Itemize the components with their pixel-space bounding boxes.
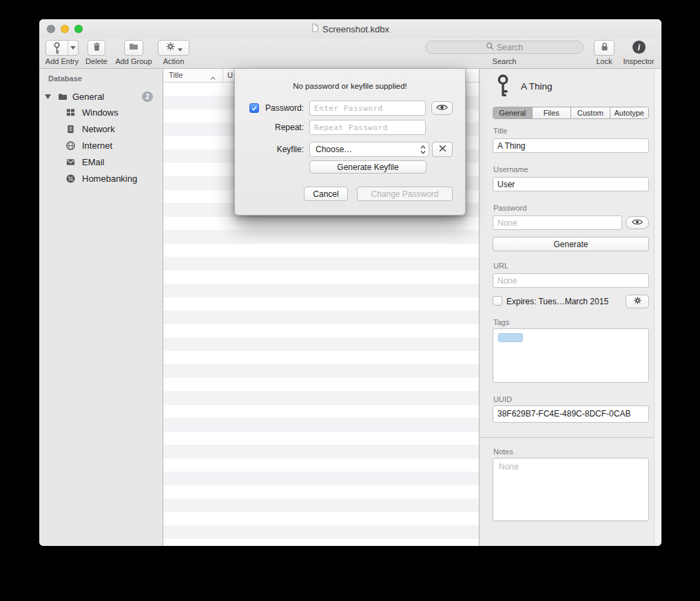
cancel-button[interactable]: Cancel — [304, 187, 348, 201]
action-label: Action — [158, 57, 189, 65]
sidebar: Database General 2 Windows — [39, 69, 163, 546]
add-group-button[interactable] — [124, 40, 143, 56]
password-label: Password — [493, 204, 526, 212]
sidebar-section-header: Database — [48, 74, 82, 83]
column-header-username[interactable]: U — [227, 71, 233, 79]
lock-button[interactable] — [594, 40, 615, 56]
trash-icon — [92, 41, 102, 55]
disclosure-triangle-icon[interactable] — [45, 94, 51, 99]
uuid-label: UUID — [493, 395, 512, 403]
generate-keyfile-button[interactable]: Generate Keyfile — [309, 160, 426, 173]
window-title-text: Screenshot.kdbx — [322, 24, 389, 34]
tag-chip[interactable] — [498, 333, 523, 342]
folder-icon — [57, 92, 68, 102]
tab-autotype[interactable]: Autotype — [610, 107, 649, 118]
sidebar-item-windows[interactable]: Windows — [39, 105, 163, 120]
expires-checkbox[interactable] — [493, 296, 502, 306]
gear-icon — [633, 296, 642, 307]
tags-field[interactable] — [493, 328, 649, 383]
inspector-label: Inspector — [617, 57, 660, 65]
delete-label: Delete — [79, 57, 114, 65]
title-field[interactable] — [493, 138, 649, 153]
dialog-reveal-password-button[interactable] — [431, 101, 453, 115]
window-title: Screenshot.kdbx — [39, 19, 661, 39]
search-icon — [486, 42, 494, 52]
search-placeholder: Search — [497, 43, 523, 52]
entry-title: A Thing — [521, 81, 553, 92]
notes-field[interactable]: None — [493, 458, 649, 521]
inspector-toggle-button[interactable]: i — [632, 41, 646, 54]
url-field[interactable] — [493, 273, 649, 288]
password-field[interactable] — [493, 215, 622, 230]
section-divider — [480, 437, 653, 438]
change-password-button[interactable]: Change Password — [357, 187, 453, 201]
percent-coin-icon — [65, 173, 76, 184]
close-x-icon — [438, 143, 447, 156]
url-label: URL — [493, 262, 508, 270]
eye-icon — [632, 218, 643, 228]
tags-label: Tags — [493, 318, 509, 326]
gear-icon — [165, 41, 176, 54]
add-entry-button[interactable] — [45, 40, 79, 56]
sidebar-item-label: Windows — [82, 107, 119, 118]
sidebar-item-homebanking[interactable]: Homebanking — [39, 171, 163, 187]
globe-icon — [65, 140, 76, 151]
search-input[interactable]: Search — [425, 41, 584, 54]
keyfile-dropdown[interactable]: Choose… — [309, 142, 429, 157]
username-field[interactable] — [493, 177, 649, 191]
inspector-scrollbar[interactable] — [654, 69, 661, 546]
expires-label: Expires: Tues…March 2015 — [506, 297, 608, 306]
inspector-panel: A Thing General Files Custom Autotype Ti… — [479, 69, 661, 546]
lock-label: Lock — [590, 57, 619, 65]
dialog-repeat-input[interactable] — [309, 120, 426, 135]
eye-icon — [436, 102, 448, 114]
change-password-sheet: No password or keyfile supplied! Passwor… — [234, 69, 466, 215]
notes-label: Notes — [493, 447, 513, 456]
column-divider[interactable] — [223, 69, 223, 82]
chevron-down-icon — [178, 42, 183, 54]
tab-files[interactable]: Files — [532, 107, 571, 118]
dialog-repeat-label: Repeat: — [260, 123, 304, 132]
tab-general[interactable]: General — [493, 107, 532, 118]
app-window: Screenshot.kdbx Add Entry Delete — [39, 19, 661, 546]
password-checkbox[interactable] — [249, 103, 259, 113]
generate-password-button[interactable]: Generate — [493, 237, 649, 251]
dialog-password-input[interactable] — [309, 101, 426, 116]
key-plus-icon — [46, 41, 68, 55]
delete-button[interactable] — [88, 40, 105, 56]
dialog-message: No password or keyfile supplied! — [235, 82, 465, 90]
add-entry-label: Add Entry — [43, 57, 81, 65]
sidebar-item-label: Network — [82, 124, 115, 134]
sidebar-item-label: General — [72, 92, 104, 102]
title-label: Title — [493, 127, 507, 135]
item-count-badge: 2 — [142, 92, 153, 102]
folder-plus-icon — [128, 41, 139, 54]
clear-keyfile-button[interactable] — [432, 142, 453, 157]
dialog-keyfile-label: Keyfile: — [260, 145, 304, 154]
column-header-title[interactable]: Title — [169, 71, 183, 79]
search-label: Search — [487, 57, 522, 65]
toolbar: Add Entry Delete Add Group — [39, 39, 661, 69]
chevron-down-icon[interactable] — [68, 41, 78, 55]
envelope-icon — [65, 157, 76, 167]
title-bar[interactable]: Screenshot.kdbx — [39, 19, 661, 39]
reveal-password-button[interactable] — [626, 216, 649, 229]
lock-icon — [600, 41, 609, 54]
keyfile-dropdown-value: Choose… — [316, 145, 352, 154]
tab-custom[interactable]: Custom — [570, 107, 610, 118]
sidebar-item-network[interactable]: Network — [39, 122, 163, 137]
key-icon — [495, 74, 511, 99]
inspector-tabs: General Files Custom Autotype — [493, 107, 649, 119]
screen: Screenshot.kdbx Add Entry Delete — [0, 0, 700, 601]
document-icon — [311, 23, 319, 34]
server-icon — [65, 124, 76, 134]
sidebar-item-label: Homebanking — [82, 173, 137, 184]
windows-icon — [65, 107, 76, 118]
action-button[interactable] — [158, 40, 189, 56]
uuid-field[interactable]: 38F629B7-FC4E-489C-8DCF-0CAB — [493, 405, 649, 423]
dialog-password-label: Password: — [260, 103, 304, 113]
expires-options-button[interactable] — [626, 295, 649, 308]
sidebar-item-email[interactable]: EMail — [39, 155, 163, 170]
sidebar-item-internet[interactable]: Internet — [39, 138, 163, 154]
sidebar-item-general[interactable]: General 2 — [39, 89, 163, 105]
